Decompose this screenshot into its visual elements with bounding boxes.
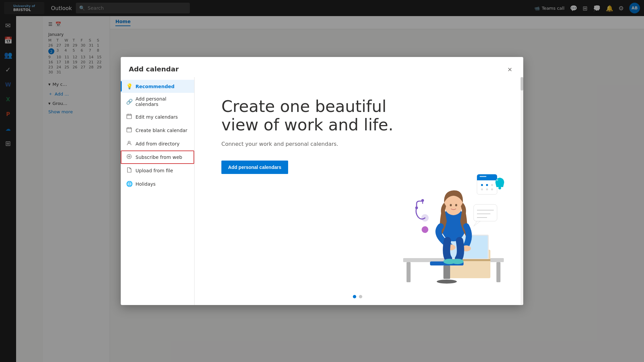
svg-point-38 (491, 188, 493, 190)
svg-point-21 (437, 280, 457, 284)
dot-2[interactable] (359, 295, 362, 298)
svg-rect-0 (127, 114, 131, 119)
directory-icon (126, 140, 132, 147)
dot-1[interactable] (353, 295, 356, 298)
svg-point-8 (128, 141, 130, 143)
svg-rect-13 (407, 262, 411, 282)
content-subtitle: Connect your work and personal calendars… (221, 141, 494, 147)
nav-label-upload-file: Upload from file (136, 168, 173, 173)
modal-nav: 💡 Recommended 🔗 Add personal calendars (121, 77, 195, 305)
link-icon: 🔗 (126, 99, 132, 105)
svg-point-40 (498, 187, 501, 189)
modal-content-panel: Create one beautiful view of work and li… (195, 77, 521, 305)
nav-item-add-directory[interactable]: Add from directory (121, 137, 194, 150)
add-personal-calendars-button[interactable]: Add personal calendars (221, 161, 288, 174)
nav-label-add-directory: Add from directory (136, 141, 179, 146)
svg-point-25 (455, 204, 457, 206)
nav-label-add-personal: Add personal calendars (136, 96, 189, 107)
file-icon (126, 167, 132, 174)
nav-item-holidays[interactable]: 🌐 Holidays (121, 177, 194, 190)
svg-point-44 (415, 206, 418, 209)
nav-label-subscribe-web: Subscribe from web (136, 155, 182, 160)
svg-point-45 (422, 226, 428, 233)
svg-rect-39 (480, 176, 486, 177)
svg-point-35 (491, 184, 493, 186)
nav-item-edit-my[interactable]: Edit my calendars (121, 110, 194, 124)
scrollbar-thumb[interactable] (521, 77, 523, 90)
add-calendar-modal: Add calendar × 💡 Recommended 🔗 Add perso… (121, 57, 523, 305)
nav-item-create-blank[interactable]: Create blank calendar (121, 124, 194, 137)
svg-rect-20 (443, 265, 450, 279)
subscribe-icon (126, 154, 132, 161)
blank-calendar-icon (126, 127, 132, 134)
calendar-edit-icon (126, 114, 132, 120)
svg-rect-46 (474, 204, 497, 221)
nav-item-recommended[interactable]: 💡 Recommended (121, 80, 194, 93)
svg-point-42 (422, 215, 428, 221)
modal-close-button[interactable]: × (504, 64, 515, 74)
content-headline: Create one beautiful view of work and li… (221, 97, 409, 134)
svg-point-24 (450, 204, 452, 206)
modal-header: Add calendar × (121, 57, 523, 74)
nav-item-subscribe-web[interactable]: Subscribe from web (121, 150, 194, 164)
svg-point-43 (421, 199, 424, 202)
nav-item-add-personal[interactable]: 🔗 Add personal calendars (121, 93, 194, 110)
svg-point-41 (496, 179, 498, 181)
svg-rect-4 (127, 128, 131, 132)
modal-title: Add calendar (129, 65, 179, 73)
globe-icon: 🌐 (126, 181, 132, 187)
svg-rect-14 (496, 262, 500, 282)
modal-body: 💡 Recommended 🔗 Add personal calendars (121, 77, 523, 305)
svg-point-36 (481, 188, 483, 190)
lightbulb-icon: 💡 (126, 83, 132, 89)
svg-point-34 (486, 184, 488, 186)
nav-label-edit-my: Edit my calendars (136, 114, 178, 120)
nav-item-upload-file[interactable]: Upload from file (121, 164, 194, 177)
pagination-dots (353, 295, 362, 298)
svg-point-29 (451, 259, 464, 264)
nav-label-holidays: Holidays (136, 181, 156, 187)
nav-label-create-blank: Create blank calendar (136, 128, 187, 133)
nav-label-recommended: Recommended (136, 84, 174, 89)
svg-rect-32 (477, 178, 497, 180)
modal-scrollbar[interactable] (521, 77, 523, 305)
svg-point-33 (481, 184, 483, 186)
illustration (400, 164, 507, 285)
svg-point-37 (486, 188, 488, 190)
